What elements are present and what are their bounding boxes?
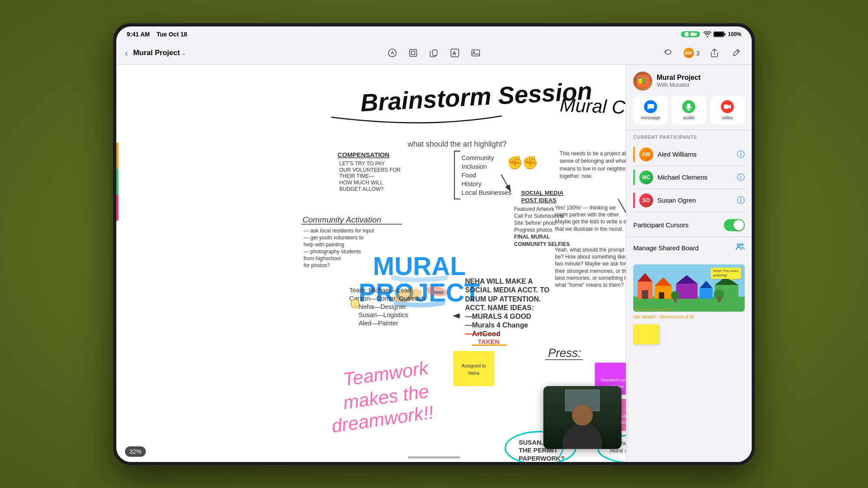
michael-name: Michael Clemens	[658, 174, 707, 181]
ipad-device: 9:41 AM Tue Oct 18	[113, 23, 755, 465]
ca-line3: help with painting	[304, 241, 345, 247]
aled-color-indicator	[633, 147, 635, 162]
status-icons: 100%	[704, 31, 741, 37]
manage-shared-board-row[interactable]: Manage Shared Board	[626, 237, 752, 259]
yeah-text5: best memories, or something like	[555, 275, 632, 281]
svg-rect-38	[718, 297, 721, 302]
smiley-eye2	[355, 302, 357, 304]
artwork-section: site details / dimensions & fit Wow! Thi…	[626, 259, 752, 324]
undo-icon	[663, 48, 673, 58]
date-display: Tue Oct 18	[157, 31, 187, 38]
susan-question3: PAPERWORK?	[519, 455, 565, 462]
team-label: Team: Michael—Lead	[349, 287, 411, 294]
artwork-comment: Wow! This looks amazing!	[711, 268, 741, 279]
svg-rect-14	[643, 78, 645, 84]
toolbar-center-tools: A	[385, 46, 483, 60]
manage-shared-board-icon[interactable]	[735, 242, 745, 254]
list-history: History	[461, 180, 482, 187]
list-food: Food	[461, 171, 476, 178]
text-tool-icon: A	[450, 48, 460, 58]
yeah-text3: two minute? Maybe we ask for	[555, 261, 626, 267]
participants-section-title: CURRENT PARTICIPANTS	[633, 134, 745, 140]
share-button[interactable]	[707, 46, 721, 60]
toolbar: ‹ Mural Project ⌄	[116, 42, 752, 65]
image-tool-button[interactable]	[469, 46, 483, 60]
share-icon	[710, 48, 719, 58]
pen-tool-icon	[388, 48, 397, 58]
mural-text-block2: sense of belonging and what it	[560, 158, 631, 164]
susan-info-button[interactable]: ⓘ	[737, 195, 745, 206]
zoom-level: 32%	[129, 448, 141, 455]
participant-avatar-susan: SO	[639, 193, 653, 207]
audio-action-button[interactable]: audio	[671, 96, 706, 124]
toggle-knob	[733, 220, 744, 230]
participant-left-susan: SO Susan Ogren	[633, 193, 696, 208]
text-tool-button[interactable]: A	[448, 46, 462, 60]
undo-button[interactable]	[661, 46, 675, 60]
team-carson: Carson—Comm. Outreach	[349, 295, 425, 302]
assigned-sticky	[453, 351, 494, 386]
michael-info-button[interactable]: ⓘ	[737, 172, 745, 183]
home-indicator	[408, 456, 460, 459]
highlight-question: what should the art highlight?	[407, 139, 506, 148]
svg-rect-18	[724, 105, 729, 109]
people-icon	[735, 242, 745, 252]
frame-tool-button[interactable]	[406, 46, 420, 60]
ipad-screen: 9:41 AM Tue Oct 18	[116, 26, 752, 462]
aled-info-button[interactable]: ⓘ	[737, 149, 745, 160]
back-button[interactable]: ‹	[125, 49, 128, 57]
video-action-icon	[721, 100, 734, 113]
battery-icon	[713, 31, 726, 37]
video-label: video	[722, 115, 733, 120]
message-icon	[647, 103, 654, 111]
message-label: message	[641, 115, 661, 120]
ca-line4: — photography students	[304, 249, 361, 255]
team-neha: Neha—Designer	[358, 303, 406, 310]
panel-avatar	[633, 72, 652, 91]
audio-label: audio	[683, 115, 695, 120]
neha-text6: —Murals 4 Change	[465, 321, 528, 329]
svg-rect-5	[410, 49, 417, 56]
pencil-icon	[731, 48, 741, 58]
title-underline	[332, 116, 501, 123]
brainstorm-title: Brainstorm Session	[360, 77, 593, 116]
si-line4: Progress photos	[514, 227, 552, 233]
panel-project-name: Mural Project	[657, 74, 700, 82]
neha-text4: ACCT. NAME IDEAS:	[465, 303, 534, 311]
michael-initials: MC	[642, 174, 651, 180]
collaborators-button[interactable]: AW 3	[683, 47, 700, 59]
blue-stroke-2	[393, 278, 446, 280]
edit-button[interactable]	[729, 46, 743, 60]
video-action-button[interactable]: video	[710, 96, 745, 124]
participant-avatar-aled: AW	[639, 147, 653, 161]
participant-cursors-toggle[interactable]	[724, 219, 745, 231]
susan-initials: SO	[642, 197, 650, 203]
participant-avatar-michael: MC	[639, 170, 653, 184]
si-line1: Featured Artwork	[514, 206, 555, 212]
panel-header: Mural Project With Muralist m	[626, 65, 752, 130]
team-susan: Susan—Logistics	[358, 311, 408, 318]
copy-tool-button[interactable]	[427, 46, 441, 60]
svg-rect-7	[433, 50, 437, 56]
panel-subtitle: With Muralist	[657, 82, 700, 88]
participant-row-michael: MC Michael Clemens ⓘ	[633, 166, 745, 189]
svg-rect-10	[472, 50, 480, 56]
panel-identity: Mural Project With Muralist	[633, 72, 745, 91]
svg-rect-15	[638, 77, 641, 79]
message-action-button[interactable]: message	[633, 96, 668, 124]
pen-tool-button[interactable]	[385, 46, 399, 60]
yes-text2: might partner with the other.	[555, 212, 620, 218]
main-content: Brainstorm Session Mural Concepts what s…	[116, 65, 752, 462]
svg-rect-13	[638, 79, 642, 84]
mural-big-text: MURAL	[373, 251, 466, 280]
sticky-text-research: Research Local	[601, 377, 629, 382]
yeah-text6: what "home" means to them?	[555, 282, 624, 288]
collaborator-count: 3	[696, 49, 700, 57]
doc-title-container[interactable]: Mural Project ⌄	[133, 49, 187, 57]
yeah-text1: Yeah, what should the prompt	[555, 247, 625, 253]
fist-emoji-1: ✊	[507, 154, 523, 170]
comp-line4: HOW MUCH WILL	[339, 180, 383, 186]
svg-rect-6	[411, 51, 415, 55]
yes-text: Yes! 100%! — thinking we	[555, 205, 616, 211]
neha-text1: NEHA WILL MAKE A	[465, 277, 533, 285]
